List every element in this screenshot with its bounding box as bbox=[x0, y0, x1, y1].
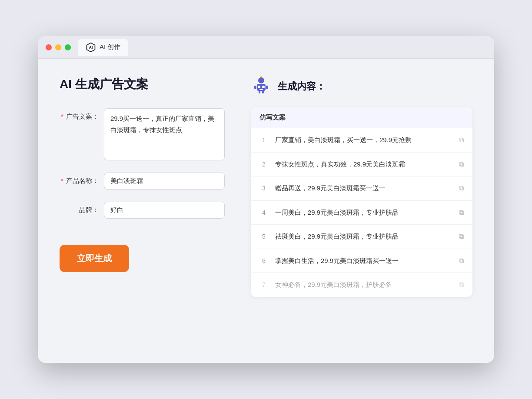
product-name-label: * 产品名称： bbox=[60, 173, 99, 185]
result-row: 4一周美白，29.9元美白淡斑霜，专业护肤品⧉ bbox=[251, 201, 472, 225]
browser-window: AI AI 创作 AI 生成广告文案 * 广告文案： 29.9买一送一，真正的厂… bbox=[38, 36, 494, 363]
result-number: 7 bbox=[259, 281, 268, 288]
copy-button[interactable]: ⧉ bbox=[459, 281, 464, 289]
copy-button[interactable]: ⧉ bbox=[459, 209, 464, 216]
results-list: 1厂家直销，美白淡斑霜，买一送一，29.9元抢购⧉2专抹女性斑点，真实功效，29… bbox=[251, 128, 472, 297]
ai-tab-icon: AI bbox=[86, 42, 96, 53]
traffic-lights bbox=[46, 44, 71, 50]
result-number: 1 bbox=[259, 136, 268, 143]
tab-label: AI 创作 bbox=[100, 43, 120, 51]
ad-copy-input[interactable]: 29.9买一送一，真正的厂家直销，美白淡斑霜，专抹女性斑点 bbox=[104, 108, 225, 160]
brand-label: 品牌： bbox=[60, 202, 99, 214]
result-row: 1厂家直销，美白淡斑霜，买一送一，29.9元抢购⧉ bbox=[251, 128, 472, 153]
required-star-ad: * bbox=[61, 113, 63, 120]
result-row: 6掌握美白生活，29.9元美白淡斑霜买一送一⧉ bbox=[251, 249, 472, 273]
ad-copy-label: * 广告文案： bbox=[60, 108, 99, 121]
results-header: 仿写文案 bbox=[251, 107, 472, 128]
close-button[interactable] bbox=[46, 44, 52, 50]
result-row: 7女神必备，29.9元美白淡斑霜，护肤必备⧉ bbox=[251, 273, 472, 297]
result-row: 3赠品再送，29.9元美白淡斑霜买一送一⧉ bbox=[251, 176, 472, 201]
svg-point-8 bbox=[260, 76, 262, 78]
copy-button[interactable]: ⧉ bbox=[459, 184, 464, 192]
result-number: 3 bbox=[259, 185, 268, 192]
required-star-product: * bbox=[61, 177, 63, 184]
result-text: 祛斑美白，29.9元美白淡斑霜，专业护肤品 bbox=[275, 232, 452, 242]
result-text: 掌握美白生活，29.9元美白淡斑霜买一送一 bbox=[275, 256, 452, 266]
brand-input[interactable] bbox=[104, 202, 225, 219]
result-row: 2专抹女性斑点，真实功效，29.9元美白淡斑霜⧉ bbox=[251, 153, 472, 177]
copy-button[interactable]: ⧉ bbox=[459, 160, 464, 168]
product-name-input[interactable] bbox=[104, 173, 225, 190]
copy-button[interactable]: ⧉ bbox=[459, 233, 464, 240]
result-text: 女神必备，29.9元美白淡斑霜，护肤必备 bbox=[275, 280, 452, 290]
right-panel: 生成内容： 仿写文案 1厂家直销，美白淡斑霜，买一送一，29.9元抢购⧉2专抹女… bbox=[251, 76, 472, 346]
result-row: 5祛斑美白，29.9元美白淡斑霜，专业护肤品⧉ bbox=[251, 225, 472, 249]
result-text: 赠品再送，29.9元美白淡斑霜买一送一 bbox=[275, 183, 452, 193]
result-number: 6 bbox=[259, 257, 268, 264]
product-name-group: * 产品名称： bbox=[60, 173, 225, 190]
result-text: 一周美白，29.9元美白淡斑霜，专业护肤品 bbox=[275, 208, 452, 218]
svg-rect-6 bbox=[259, 89, 263, 90]
content-area: AI 生成广告文案 * 广告文案： 29.9买一送一，真正的厂家直销，美白淡斑霜… bbox=[38, 59, 494, 363]
robot-icon bbox=[251, 76, 272, 97]
right-title: 生成内容： bbox=[278, 80, 326, 93]
titlebar: AI AI 创作 bbox=[38, 36, 494, 59]
result-number: 4 bbox=[259, 209, 268, 216]
result-text: 厂家直销，美白淡斑霜，买一送一，29.9元抢购 bbox=[275, 135, 452, 145]
results-section: 仿写文案 1厂家直销，美白淡斑霜，买一送一，29.9元抢购⧉2专抹女性斑点，真实… bbox=[251, 107, 472, 297]
result-number: 5 bbox=[259, 233, 268, 240]
copy-button[interactable]: ⧉ bbox=[459, 136, 464, 144]
result-number: 2 bbox=[259, 161, 268, 168]
result-text: 专抹女性斑点，真实功效，29.9元美白淡斑霜 bbox=[275, 160, 452, 170]
page-title: AI 生成广告文案 bbox=[60, 76, 225, 93]
svg-rect-9 bbox=[254, 86, 256, 89]
svg-text:AI: AI bbox=[89, 45, 93, 50]
tab-ai-create[interactable]: AI AI 创作 bbox=[78, 39, 128, 56]
ad-copy-group: * 广告文案： 29.9买一送一，真正的厂家直销，美白淡斑霜，专抹女性斑点 bbox=[60, 108, 225, 160]
brand-group: 品牌： bbox=[60, 202, 225, 219]
minimize-button[interactable] bbox=[55, 44, 61, 50]
svg-point-5 bbox=[262, 86, 265, 88]
svg-rect-12 bbox=[262, 91, 264, 93]
copy-button[interactable]: ⧉ bbox=[459, 257, 464, 265]
svg-rect-10 bbox=[266, 86, 268, 89]
generate-button[interactable]: 立即生成 bbox=[60, 245, 129, 272]
maximize-button[interactable] bbox=[65, 44, 71, 50]
left-panel: AI 生成广告文案 * 广告文案： 29.9买一送一，真正的厂家直销，美白淡斑霜… bbox=[60, 76, 225, 346]
svg-point-4 bbox=[258, 86, 260, 88]
svg-rect-11 bbox=[259, 91, 260, 93]
right-header: 生成内容： bbox=[251, 76, 472, 97]
